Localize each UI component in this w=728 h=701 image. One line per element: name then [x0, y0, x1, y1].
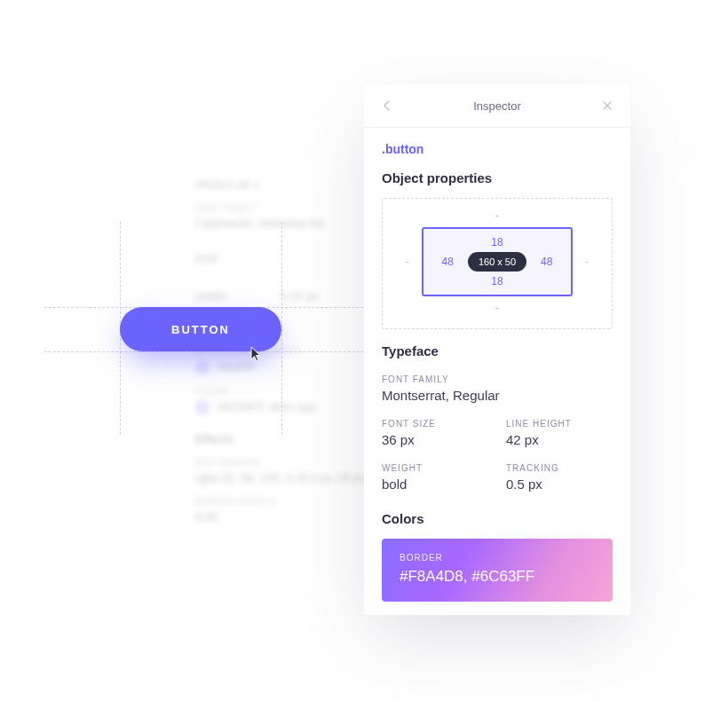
typeface-title: Typeface	[382, 343, 613, 358]
weight-value: bold	[382, 477, 488, 492]
selected-button[interactable]: BUTTON	[120, 307, 281, 351]
border-label: BORDER	[400, 553, 595, 563]
class-name: .button	[382, 142, 613, 156]
chevron-left-icon	[384, 100, 391, 111]
padding-bottom: 18	[491, 275, 502, 287]
border-color-card[interactable]: BORDER #F8A4D8, #6C63FF	[382, 539, 613, 602]
padding-left: 48	[442, 256, 454, 268]
back-button[interactable]	[378, 97, 396, 114]
bg-row3-left: center	[195, 289, 227, 303]
padding-right: 48	[541, 256, 552, 268]
size-pill: 160 x 50	[468, 252, 526, 272]
font-family-label: FONT FAMILY	[382, 374, 613, 384]
close-button[interactable]	[598, 97, 616, 114]
colors-title: Colors	[382, 511, 613, 526]
close-icon	[602, 100, 613, 111]
bg-weight-value: bold	[195, 251, 218, 264]
object-properties-title: Object properties	[382, 170, 613, 185]
inspector-panel: Inspector .button Object properties - - …	[364, 84, 630, 615]
bg-swatch-1	[195, 360, 210, 374]
line-height-label: LINE HEIGHT	[506, 419, 613, 429]
box-model: - - 18 48 160 x 50 48 18 - -	[382, 198, 613, 329]
weight-label: WEIGHT	[382, 463, 488, 473]
inspector-title: Inspector	[473, 99, 520, 113]
border-value: #F8A4D8, #6C63FF	[400, 568, 595, 586]
guide-line-right	[281, 222, 282, 435]
bg-header-left: #button-alt x	[195, 177, 259, 191]
selected-button-label: BUTTON	[171, 323, 230, 336]
inspector-header: Inspector	[364, 84, 630, 128]
font-size-label: FONT SIZE	[382, 419, 488, 429]
margin-bottom: -	[495, 302, 499, 314]
margin-top: -	[495, 209, 499, 222]
box-inner: 18 48 160 x 50 48 18	[422, 227, 573, 296]
bg-swatch-2	[195, 400, 210, 414]
font-family-value: Montserrat, Regular	[382, 388, 613, 403]
margin-left: -	[406, 256, 409, 268]
bg-bgcolor-value: #6c63ff	[217, 359, 254, 373]
font-size-value: 36 px	[382, 432, 488, 447]
tracking-value: 0.5 px	[506, 477, 613, 492]
padding-top: 18	[491, 236, 502, 248]
tracking-label: TRACKING	[506, 463, 613, 473]
margin-right: -	[585, 256, 589, 268]
bg-color-value: #6C63FF, 60% opa	[217, 400, 315, 414]
line-height-value: 42 px	[506, 432, 613, 447]
bg-row3-right: 0.32 px	[281, 289, 319, 303]
